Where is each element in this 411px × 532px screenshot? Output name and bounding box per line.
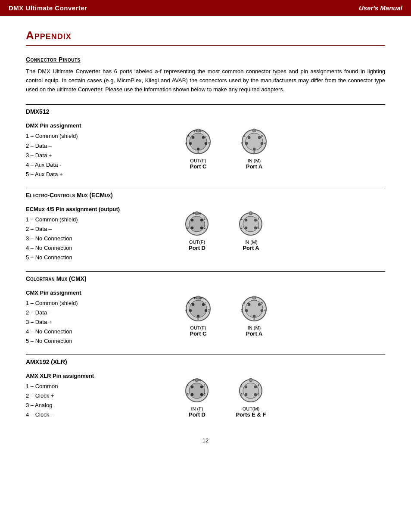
svg-text:2: 2 <box>208 142 210 145</box>
main-content: Appendix Connector Pinouts The DMX Ultim… <box>0 16 411 461</box>
pin-diagram: PUSH 1 2 3 4 5 OUT(F) Port C <box>181 292 215 337</box>
svg-point-23 <box>261 142 263 145</box>
pin-diagrams-ecmux: PUSH 1 2 3 4 OUT(F) Port D 1 2 3 <box>181 205 267 251</box>
sections-container: DMX512 DMX Pin assignment 1 – Common (sh… <box>26 104 385 420</box>
section-title-amx192: AMX192 (XLR) <box>26 358 385 365</box>
port-name: Port D <box>189 411 206 418</box>
svg-point-66 <box>252 296 256 299</box>
svg-text:3: 3 <box>197 317 199 320</box>
svg-point-35 <box>191 227 193 229</box>
svg-point-42 <box>245 219 247 221</box>
port-type: IN (M) <box>244 240 258 245</box>
svg-point-3 <box>196 129 200 132</box>
pin-section-amx192: AMX XLR Pin assignment 1 – Common2 – Clo… <box>26 371 385 420</box>
port-name: Ports E & F <box>236 411 266 418</box>
svg-point-46 <box>254 227 257 229</box>
port-name: Port D <box>189 245 206 251</box>
svg-point-54 <box>202 303 205 306</box>
port-type: IN (M) <box>248 158 261 163</box>
svg-text:1: 1 <box>205 302 207 305</box>
port-name: Port A <box>246 330 263 337</box>
svg-point-37 <box>191 219 193 221</box>
svg-point-41 <box>249 212 252 215</box>
svg-point-92 <box>245 386 247 388</box>
svg-text:5: 5 <box>261 302 263 305</box>
pin-diagram: PUSH 1 2 3 4 5 OUT(F) Port C <box>181 125 215 170</box>
port-type: OUT(F) <box>190 158 206 163</box>
svg-point-12 <box>192 136 194 139</box>
header-title-left: DMX Ultimate Converter <box>9 4 87 12</box>
svg-text:3: 3 <box>258 393 259 396</box>
svg-text:4: 4 <box>185 142 187 145</box>
port-name: Port C <box>190 163 207 170</box>
svg-point-31 <box>200 219 203 221</box>
svg-text:4: 4 <box>187 384 189 387</box>
svg-point-90 <box>243 383 258 398</box>
port-type: OUT(M) <box>243 406 260 411</box>
svg-point-80 <box>195 378 199 382</box>
pin-item: 1 – Common (shield) <box>26 131 181 141</box>
connector-svg: 1 2 3 4 <box>235 376 267 404</box>
svg-point-81 <box>200 386 203 388</box>
pin-item: 3 – Data + <box>26 151 181 160</box>
assignment-title: ECMux 4/5 Pin assignment (output) <box>26 205 181 214</box>
section-title-dmx512: DMX512 <box>26 108 385 115</box>
pin-section-dmx512: DMX Pin assignment 1 – Common (shield)2 … <box>26 121 385 179</box>
svg-point-4 <box>202 136 205 139</box>
svg-text:4: 4 <box>264 309 266 312</box>
svg-point-40 <box>243 216 258 232</box>
connector-pinouts-heading: Connector Pinouts <box>26 56 385 63</box>
pin-diagrams-amx192: PUSH 1 2 3 4 IN (F) Port D 1 2 3 <box>181 371 267 418</box>
svg-text:2: 2 <box>241 226 243 229</box>
svg-text:4: 4 <box>187 217 189 220</box>
svg-text:4: 4 <box>258 384 259 387</box>
pin-item: 3 – Analog <box>26 401 181 410</box>
page-number: 12 <box>26 437 385 444</box>
pin-diagram: PUSH 1 2 3 4 IN (F) Port D <box>181 376 213 418</box>
header-bar: DMX Ultimate Converter User's Manual <box>0 0 411 16</box>
pin-item: 2 – Data – <box>26 308 181 317</box>
svg-text:3: 3 <box>253 317 255 320</box>
svg-point-60 <box>189 309 192 312</box>
svg-text:2: 2 <box>204 393 206 396</box>
pin-diagram: PUSH 1 2 3 4 OUT(F) Port D <box>181 209 213 251</box>
connector-svg: PUSH 1 2 3 4 <box>181 376 213 404</box>
appendix-title: Appendix <box>26 29 385 46</box>
svg-text:2: 2 <box>241 393 243 396</box>
svg-text:2: 2 <box>241 309 243 312</box>
svg-text:1: 1 <box>241 217 243 220</box>
assignment-title: AMX XLR Pin assignment <box>26 371 181 381</box>
connector-svg: 1 2 3 4 5 <box>237 125 271 156</box>
port-name: Port A <box>246 163 263 170</box>
svg-point-19 <box>245 142 248 145</box>
svg-text:2: 2 <box>241 142 243 145</box>
pin-section-cmx: CMX Pin assignment 1 – Common (shield)2 … <box>26 288 385 346</box>
svg-text:2: 2 <box>208 309 210 312</box>
svg-point-96 <box>254 393 257 396</box>
svg-text:4: 4 <box>258 217 259 220</box>
pin-item: 4 – Clock - <box>26 410 181 420</box>
svg-point-69 <box>245 309 248 312</box>
pin-section-ecmux: ECMux 4/5 Pin assignment (output) 1 – Co… <box>26 205 385 263</box>
section-amx192: AMX192 (XLR) AMX XLR Pin assignment 1 – … <box>26 355 385 420</box>
pin-item: 1 – Common (shield) <box>26 299 181 308</box>
svg-point-28 <box>189 216 205 232</box>
svg-text:3: 3 <box>253 150 255 153</box>
pin-item: 5 – No Connection <box>26 336 181 346</box>
svg-point-6 <box>205 142 207 145</box>
port-type: OUT(F) <box>190 325 206 330</box>
pin-text-amx192: AMX XLR Pin assignment 1 – Common2 – Clo… <box>26 371 181 420</box>
svg-point-17 <box>248 136 250 139</box>
pin-text-dmx512: DMX Pin assignment 1 – Common (shield)2 … <box>26 121 181 179</box>
section-ecmux: Electro-Controls Mux (ECMux) ECMux 4/5 P… <box>26 188 385 263</box>
svg-point-56 <box>205 309 207 312</box>
svg-point-33 <box>200 227 203 229</box>
svg-text:3: 3 <box>187 393 189 396</box>
pin-item: 4 – Aux Data - <box>26 160 181 170</box>
pin-item: 3 – No Connection <box>26 234 181 243</box>
svg-point-16 <box>252 129 256 132</box>
connector-pinouts-body: The DMX Ultimate Converter has 6 ports l… <box>26 67 385 94</box>
port-type: IN (F) <box>191 406 203 411</box>
svg-text:5: 5 <box>261 134 263 137</box>
pin-item: 2 – Data – <box>26 141 181 151</box>
